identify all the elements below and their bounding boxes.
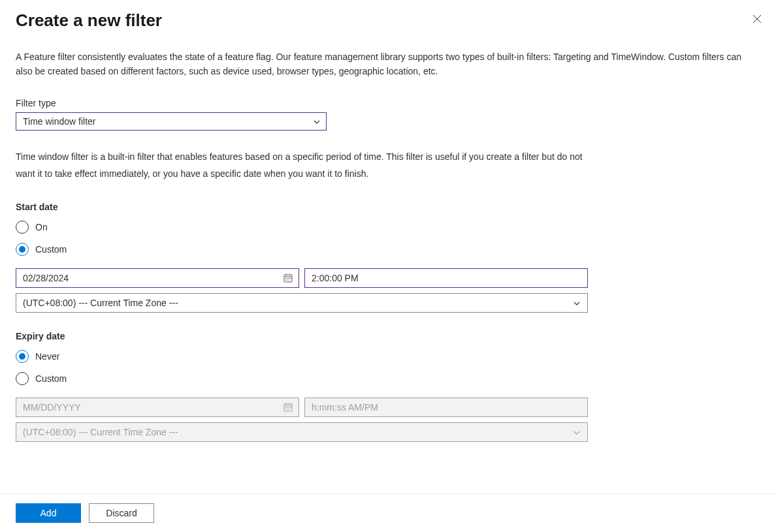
radio-label: Custom — [35, 244, 67, 255]
radio-icon — [16, 221, 29, 234]
expiry-date-placeholder: MM/DD/YYYY — [23, 402, 81, 413]
panel-footer: Add Discard — [0, 493, 776, 532]
expiry-date-inputs: MM/DD/YYYY h:mm:ss AM/PM — [16, 398, 760, 417]
radio-icon — [16, 372, 29, 385]
filter-type-label: Filter type — [16, 98, 760, 108]
expiry-date-input: MM/DD/YYYY — [16, 398, 299, 417]
start-timezone-select[interactable]: (UTC+08:00) --- Current Time Zone --- — [16, 293, 588, 313]
filter-type-select[interactable]: Time window filter — [16, 112, 327, 131]
start-date-custom-radio[interactable]: Custom — [16, 242, 760, 257]
start-date-label: Start date — [16, 202, 760, 212]
discard-button[interactable]: Discard — [89, 503, 154, 523]
radio-label: On — [35, 222, 48, 232]
panel-header: Create a new filter — [16, 10, 760, 31]
start-date-inputs: 02/28/2024 2:00:00 PM — [16, 268, 760, 288]
radio-label: Custom — [35, 373, 67, 384]
filter-description: A Feature filter consistently evaluates … — [16, 50, 760, 78]
start-time-value: 2:00:00 PM — [312, 273, 359, 283]
expiry-timezone-value: (UTC+08:00) --- Current Time Zone --- — [23, 427, 178, 437]
expiry-time-input: h:mm:ss AM/PM — [304, 398, 588, 417]
start-timezone-value: (UTC+08:00) --- Current Time Zone --- — [23, 298, 178, 308]
start-date-on-radio[interactable]: On — [16, 220, 760, 234]
calendar-icon — [283, 273, 293, 283]
close-icon — [752, 14, 762, 23]
add-button[interactable]: Add — [16, 503, 81, 523]
radio-label: Never — [35, 351, 59, 362]
filter-help-text: Time window filter is a built-in filter … — [16, 149, 584, 181]
radio-icon-selected — [16, 350, 29, 363]
chevron-down-icon — [313, 117, 321, 125]
chevron-down-icon — [573, 299, 581, 307]
panel-title: Create a new filter — [16, 10, 162, 31]
expiry-custom-radio[interactable]: Custom — [16, 371, 760, 386]
start-date-value: 02/28/2024 — [23, 273, 69, 283]
expiry-never-radio[interactable]: Never — [16, 349, 760, 364]
expiry-time-placeholder: h:mm:ss AM/PM — [312, 402, 378, 413]
start-time-input[interactable]: 2:00:00 PM — [304, 268, 588, 288]
start-date-input[interactable]: 02/28/2024 — [16, 268, 299, 288]
expiry-timezone-select: (UTC+08:00) --- Current Time Zone --- — [16, 422, 588, 442]
expiry-date-label: Expiry date — [16, 331, 760, 341]
chevron-down-icon — [573, 428, 581, 436]
radio-icon-selected — [16, 243, 29, 256]
start-date-radio-group: On Custom — [16, 220, 760, 257]
expiry-date-radio-group: Never Custom — [16, 349, 760, 386]
filter-type-value: Time window filter — [23, 116, 96, 127]
calendar-icon — [283, 402, 293, 413]
close-button[interactable] — [752, 14, 763, 25]
